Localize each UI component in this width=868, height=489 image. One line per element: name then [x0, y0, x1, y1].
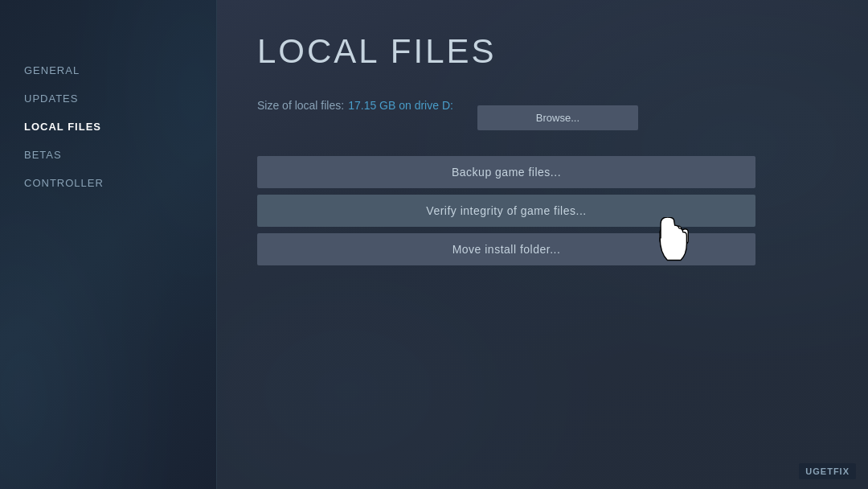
sidebar-item-betas[interactable]: BETAS [0, 141, 216, 169]
sidebar-item-general[interactable]: GENERAL [0, 56, 216, 84]
sidebar-nav: GENERAL UPDATES LOCAL FILES BETAS CONTRO… [0, 56, 216, 197]
size-row: Size of local files: 17.15 GB on drive D… [257, 99, 828, 136]
content-wrapper: LOCAL FILES Size of local files: 17.15 G… [257, 32, 828, 265]
sidebar: GENERAL UPDATES LOCAL FILES BETAS CONTRO… [0, 0, 217, 489]
size-label: Size of local files: [257, 99, 344, 112]
browse-button[interactable]: Browse... [477, 105, 638, 130]
drive-link[interactable]: 17.15 GB on drive D: [348, 99, 453, 112]
page-title: LOCAL FILES [257, 32, 828, 71]
action-buttons: Backup game files... Verify integrity of… [257, 156, 755, 265]
watermark: UGETFIX [799, 463, 856, 479]
sidebar-item-controller[interactable]: CONTROLLER [0, 169, 216, 197]
verify-button[interactable]: Verify integrity of game files... [257, 195, 755, 227]
install-folder-button[interactable]: Move install folder... [257, 233, 755, 265]
main-content: LOCAL FILES Size of local files: 17.15 G… [217, 0, 868, 489]
sidebar-item-local-files[interactable]: LOCAL FILES [0, 113, 216, 141]
backup-button[interactable]: Backup game files... [257, 156, 755, 188]
size-info: Size of local files: 17.15 GB on drive D… [257, 99, 453, 112]
sidebar-item-updates[interactable]: UPDATES [0, 84, 216, 113]
